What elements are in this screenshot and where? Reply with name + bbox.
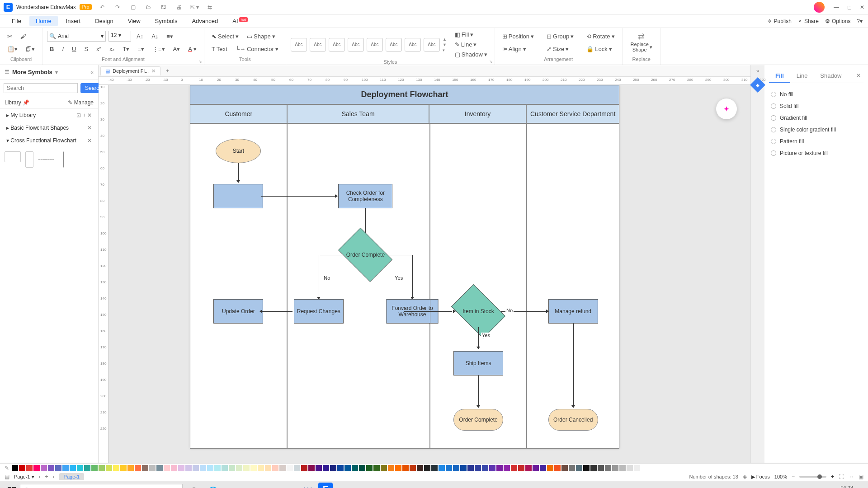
globe-icon[interactable]: 🌐 xyxy=(204,483,222,488)
color-swatch[interactable] xyxy=(127,465,134,471)
color-swatch[interactable] xyxy=(236,465,242,471)
undo-icon[interactable]: ↶ xyxy=(97,2,107,12)
shadow-tab[interactable]: Shadow xyxy=(814,70,848,83)
focus-button[interactable]: ▶ Focus xyxy=(751,474,770,480)
connector-tool[interactable]: └→ Connector ▾ xyxy=(233,44,281,54)
select-tool[interactable]: ⬉ Select ▾ xyxy=(209,32,241,41)
color-swatch[interactable] xyxy=(156,465,163,471)
chrome-icon[interactable]: ◉ xyxy=(280,483,297,488)
help-icon[interactable]: ?▾ xyxy=(857,18,863,24)
lane-header[interactable]: Customer xyxy=(190,104,287,123)
basic-flowchart-item[interactable]: ▸ Basic Flowchart Shapes ✕ xyxy=(0,122,98,134)
color-swatch[interactable] xyxy=(200,465,206,471)
add-page-icon[interactable]: + xyxy=(45,474,48,480)
ai-assistant-button[interactable]: ✦ xyxy=(716,99,737,119)
color-swatch[interactable] xyxy=(48,465,54,471)
color-swatch[interactable] xyxy=(561,465,568,471)
manage-library-button[interactable]: ✎ Manage xyxy=(68,99,94,106)
color-swatch[interactable] xyxy=(489,465,495,471)
symbol-search-input[interactable] xyxy=(4,83,78,93)
color-swatch[interactable] xyxy=(496,465,503,471)
clock[interactable]: 04:23 23-09-2023 xyxy=(828,485,853,488)
canvas[interactable]: Deployment Flowchart Customer Sales Team… xyxy=(108,85,750,463)
size-button[interactable]: ⤢ Size▾ xyxy=(544,44,571,54)
line-tab[interactable]: Line xyxy=(790,70,814,83)
shape-thumb[interactable] xyxy=(38,160,54,160)
shape-tool[interactable]: ▭ Shape ▾ xyxy=(244,32,278,41)
color-swatch[interactable] xyxy=(19,465,25,471)
customize-icon[interactable]: ⇆ xyxy=(205,2,215,12)
font-name-select[interactable]: 🔍 Arial▾ xyxy=(47,31,106,42)
color-swatch[interactable] xyxy=(634,465,640,471)
color-swatch[interactable] xyxy=(91,465,98,471)
document-tab[interactable]: ▤ Deployment Fl... ✕ xyxy=(100,66,160,75)
share-button[interactable]: ⚬ Share xyxy=(798,18,819,24)
color-swatch[interactable] xyxy=(453,465,459,471)
replace-shape-icon[interactable]: ⇄ xyxy=(631,32,652,42)
color-swatch[interactable] xyxy=(287,465,293,471)
rotate-button[interactable]: ⟲ Rotate▾ xyxy=(584,32,617,41)
cut-icon[interactable]: ✂ xyxy=(5,32,15,41)
shape-thumb[interactable] xyxy=(63,151,64,168)
superscript-icon[interactable]: x² xyxy=(94,44,104,54)
color-swatch[interactable] xyxy=(576,465,582,471)
style-swatch[interactable]: Abc xyxy=(329,38,345,52)
layers-icon[interactable]: ◈ xyxy=(743,474,747,480)
font-size-select[interactable]: 12 ▾ xyxy=(108,31,131,42)
replace-shape-button[interactable]: ReplaceShape ▾ xyxy=(631,42,652,52)
prev-page-icon[interactable]: ‹ xyxy=(39,474,41,480)
zoom-slider[interactable] xyxy=(799,476,826,478)
color-swatch[interactable] xyxy=(583,465,590,471)
color-swatch[interactable] xyxy=(265,465,271,471)
color-swatch[interactable] xyxy=(70,465,76,471)
fill-tab[interactable]: Fill xyxy=(769,70,790,83)
color-swatch[interactable] xyxy=(113,465,119,471)
color-swatch[interactable] xyxy=(106,465,112,471)
color-swatch[interactable] xyxy=(308,465,315,471)
color-swatch[interactable] xyxy=(279,465,286,471)
strike-icon[interactable]: S xyxy=(81,44,91,54)
color-swatch[interactable] xyxy=(344,465,351,471)
publish-button[interactable]: ✈ Publish xyxy=(768,18,792,24)
font-color-icon[interactable]: A▾ xyxy=(185,44,199,54)
color-swatch[interactable] xyxy=(294,465,300,471)
color-swatch[interactable] xyxy=(373,465,380,471)
start-node[interactable]: Start xyxy=(216,139,261,163)
style-swatch[interactable]: Abc xyxy=(424,38,440,52)
close-icon[interactable]: ✕ xyxy=(87,137,92,144)
start-button[interactable] xyxy=(4,483,20,488)
menu-view[interactable]: View xyxy=(122,16,147,26)
lane-header[interactable]: Inventory xyxy=(429,104,526,123)
color-swatch[interactable] xyxy=(547,465,553,471)
color-swatch[interactable] xyxy=(518,465,524,471)
style-swatch[interactable]: Abc xyxy=(386,38,402,52)
color-swatch[interactable] xyxy=(12,465,18,471)
color-swatch[interactable] xyxy=(533,465,539,471)
color-swatch[interactable] xyxy=(569,465,575,471)
color-swatch[interactable] xyxy=(619,465,626,471)
line-spacing-icon[interactable]: ≡▾ xyxy=(135,44,147,54)
close-tab-icon[interactable]: ✕ xyxy=(151,68,156,74)
color-swatch[interactable] xyxy=(229,465,235,471)
color-swatch[interactable] xyxy=(84,465,90,471)
color-swatch[interactable] xyxy=(540,465,546,471)
color-swatch[interactable] xyxy=(366,465,373,471)
color-swatch[interactable] xyxy=(135,465,141,471)
group-button[interactable]: ⊡ Group▾ xyxy=(544,32,576,41)
menu-ai[interactable]: AIhot xyxy=(226,16,254,26)
fill-dropdown[interactable]: ◧ Fill ▾ xyxy=(452,30,490,39)
color-swatch[interactable] xyxy=(395,465,401,471)
position-button[interactable]: ⊞ Position▾ xyxy=(500,32,537,41)
color-swatch[interactable] xyxy=(504,465,510,471)
color-swatch[interactable] xyxy=(178,465,184,471)
fit-width-icon[interactable]: ↔ xyxy=(849,474,854,480)
save-icon[interactable]: 🖫 xyxy=(159,2,169,12)
menu-home[interactable]: Home xyxy=(29,16,58,26)
color-swatch[interactable] xyxy=(467,465,474,471)
page-dropdown[interactable]: Page-1 ▾ xyxy=(14,474,34,480)
color-swatch[interactable] xyxy=(243,465,250,471)
menu-design[interactable]: Design xyxy=(89,16,119,26)
color-swatch[interactable] xyxy=(511,465,517,471)
color-swatch[interactable] xyxy=(62,465,69,471)
word-icon[interactable]: W xyxy=(299,483,316,488)
